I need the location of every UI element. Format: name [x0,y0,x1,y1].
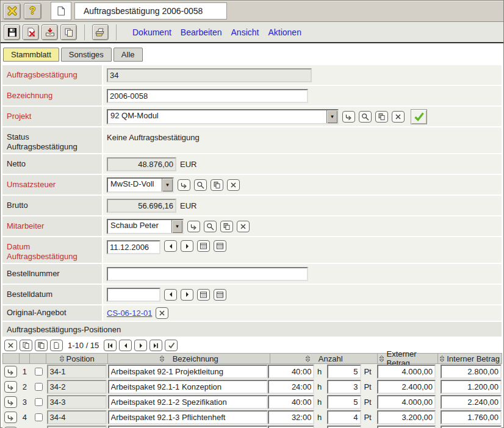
projekt-select[interactable]: 92 QM-Modul ▼ [107,109,339,124]
help-button[interactable]: ? [24,3,41,20]
projekt-confirm-button[interactable] [411,109,427,124]
datum-field[interactable] [107,240,160,254]
sort-icon[interactable] [59,355,65,362]
positions-copy-button[interactable] [20,340,32,351]
save-button[interactable] [4,24,20,40]
menu-aktionen[interactable]: Aktionen [268,27,301,37]
positions-paste-button[interactable] [35,340,48,351]
mitarbeiter-search-button[interactable] [204,221,217,232]
menu-bearbeiten[interactable]: Bearbeiten [181,27,222,37]
header-bezeichnung[interactable]: Bezeichnung [107,353,270,364]
print-button[interactable] [92,24,109,40]
datum-next-day-button[interactable] [181,240,193,252]
datum-calendar-button[interactable] [197,240,210,252]
datum-calendar2-button[interactable] [214,240,226,252]
delete-button[interactable] [23,24,39,40]
mitarbeiter-paste-button[interactable] [220,221,233,232]
externer-betrag-field[interactable] [377,410,436,424]
mitarbeiter-goto-button[interactable] [187,221,200,232]
row-goto-button[interactable] [4,381,17,393]
interner-betrag-field[interactable] [441,365,502,379]
umsatzsteuer-goto-button[interactable] [178,179,190,191]
row-goto-button[interactable] [4,396,17,408]
externer-betrag-field[interactable] [377,395,436,409]
copy-button[interactable] [60,24,77,40]
bezeichnung-field[interactable] [107,89,308,103]
points-field[interactable] [327,380,361,394]
prev-page-button[interactable] [119,340,132,351]
positions-delete-button[interactable] [4,340,17,351]
points-field[interactable] [327,410,361,424]
points-field[interactable] [327,365,361,379]
original-angebot-clear-button[interactable] [156,307,168,319]
projekt-search-button[interactable] [359,111,372,123]
umsatzsteuer-paste-button[interactable] [211,179,223,191]
chevron-down-icon[interactable]: ▼ [162,179,173,191]
chevron-down-icon[interactable]: ▼ [326,110,337,123]
umsatzsteuer-search-button[interactable] [194,179,207,191]
hours-field[interactable] [268,410,314,424]
hours-field[interactable] [268,426,314,428]
next-page-button[interactable] [134,340,147,351]
row-checkbox[interactable] [35,368,43,376]
last-page-button[interactable] [149,340,162,351]
positions-new-button[interactable] [50,340,63,351]
bestelldatum-next-day-button[interactable] [181,289,193,301]
bestelldatum-field[interactable] [107,288,160,302]
tab-sonstiges[interactable]: Sonstiges [61,48,112,62]
original-angebot-link[interactable]: CS-06-12-01 [107,309,152,318]
interner-betrag-field[interactable] [441,395,502,409]
menu-dokument[interactable]: Dokument [132,27,171,37]
hours-field[interactable] [268,380,314,394]
goto-icon [7,413,15,421]
apply-button[interactable] [165,340,178,351]
bezeichnung-field[interactable] [108,365,268,379]
header-interner-betrag[interactable]: Interner Betrag [437,353,502,364]
externer-betrag-field[interactable] [377,426,436,428]
bezeichnung-field[interactable] [108,380,268,394]
header-position[interactable]: Position [46,353,108,364]
menu-ansicht[interactable]: Ansicht [231,27,259,37]
row-goto-button[interactable] [4,412,17,423]
points-field[interactable] [327,395,361,409]
bestelldatum-calendar2-button[interactable] [214,289,226,301]
bezeichnung-field[interactable] [108,410,268,424]
header-anzahl[interactable]: Anzahl [270,353,378,364]
row-goto-button[interactable] [4,366,17,377]
header-externer-betrag[interactable]: Externer Betrag [377,353,438,364]
externer-betrag-field[interactable] [377,380,436,394]
row-checkbox[interactable] [35,398,43,406]
tab-alle[interactable]: Alle [113,48,143,62]
interner-betrag-field[interactable] [441,410,502,424]
hours-field[interactable] [268,395,314,409]
umsatzsteuer-select[interactable]: MwSt-D-Voll ▼ [107,177,174,193]
chevron-down-icon[interactable]: ▼ [171,220,182,233]
mitarbeiter-clear-button[interactable] [237,221,250,232]
points-field[interactable] [327,426,361,428]
tab-stammblatt[interactable]: Stammblatt [3,48,59,62]
umsatzsteuer-clear-button[interactable] [227,179,240,191]
row-checkbox[interactable] [35,383,43,391]
interner-betrag-field[interactable] [441,426,502,428]
import-button[interactable] [41,24,58,40]
hours-field[interactable] [268,365,314,379]
first-page-button[interactable] [104,340,117,351]
bestellnummer-field[interactable] [107,267,308,281]
bezeichnung-field[interactable] [108,395,268,409]
sort-icon[interactable] [379,355,384,362]
header-cell-checkbox [29,353,46,364]
bezeichnung-field[interactable] [108,426,268,428]
sort-icon[interactable] [439,355,445,362]
bestelldatum-calendar-button[interactable] [197,289,210,301]
bestelldatum-prev-day-button[interactable] [164,289,177,301]
projekt-paste-button[interactable] [375,111,388,123]
row-checkbox[interactable] [35,413,43,421]
projekt-goto-button[interactable] [342,111,355,123]
externer-betrag-field[interactable] [377,365,436,379]
search-icon [361,113,369,121]
projekt-clear-button[interactable] [392,111,405,123]
datum-prev-day-button[interactable] [164,240,177,252]
close-button[interactable] [3,3,21,20]
interner-betrag-field[interactable] [441,380,502,394]
mitarbeiter-select[interactable]: Schaub Peter ▼ [107,219,184,234]
